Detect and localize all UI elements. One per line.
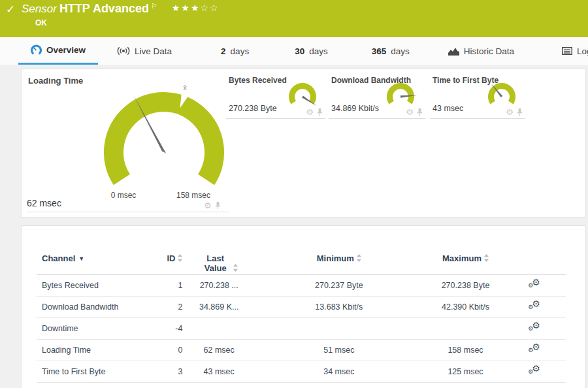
gauge-scale-min: 0 msec <box>104 191 143 200</box>
sort-both-icon <box>357 254 361 262</box>
last-value-cell: 43 msec <box>188 361 250 382</box>
tab-historic-data[interactable]: Historic Data <box>440 37 523 65</box>
time-to-first-byte-value: 43 msec <box>433 104 463 113</box>
tab-30-days-number: 30 <box>295 46 304 56</box>
status-check-icon: ✓ <box>6 3 15 16</box>
tab-2-days-unit: days <box>231 46 250 56</box>
gauges-panel: Loading Time x̄ 0 msec 158 msec 62 msec … <box>21 69 586 218</box>
sensor-header: ✓ SensorHTTP Advanced⚐★★★☆☆ OK <box>0 0 588 37</box>
table-row: Time to First Byte 3 43 msec 34 msec 125… <box>37 361 566 382</box>
area-chart-icon <box>448 47 459 56</box>
gear-icon: ⚙ <box>528 304 533 310</box>
tab-365-days-number: 365 <box>372 46 387 56</box>
channel-settings-icon[interactable]: ⚙⚙ <box>528 322 541 333</box>
last-value-cell <box>188 317 250 339</box>
maximum-cell: 125 msec <box>428 361 504 382</box>
table-row: Bytes Received 1 270.238 ... 270.237 Byt… <box>37 274 566 296</box>
channel-settings-icon[interactable]: ⚙⚙ <box>528 344 541 355</box>
sensor-title-row: SensorHTTP Advanced⚐★★★☆☆ <box>22 2 220 16</box>
status-badge: OK <box>35 18 47 27</box>
table-row: Downtime -4 ⚙⚙ <box>37 317 566 339</box>
channel-settings-icon[interactable]: ⚙⚙ <box>528 365 541 376</box>
column-header-last-value-label: Last Value <box>201 253 231 273</box>
channel-settings-icon[interactable]: ⚙⚙ <box>528 300 541 312</box>
channel-name-cell: Time to First Byte <box>37 361 148 382</box>
pin-icon[interactable] <box>517 108 523 116</box>
tab-2-days[interactable]: 2 days <box>212 37 257 65</box>
gear-icon: ⚙ <box>528 347 533 353</box>
maximum-cell: 270.238 Byte <box>428 274 504 296</box>
minimum-cell: 34 msec <box>250 361 428 382</box>
column-header-channel[interactable]: Channel▼ <box>37 253 148 274</box>
gauge-gear-icon[interactable]: ⚙ <box>306 108 314 116</box>
channel-id-cell: 3 <box>148 361 188 382</box>
gauge-gear-icon[interactable]: ⚙ <box>506 108 514 116</box>
gauge-gear-icon[interactable]: ⚙ <box>406 108 414 116</box>
channel-id-cell: -4 <box>148 317 188 339</box>
tab-historic-data-label: Historic Data <box>464 46 514 56</box>
column-header-maximum-label: Maximum <box>442 253 482 263</box>
channel-id-cell: 2 <box>148 296 188 317</box>
gear-icon: ⚙ <box>528 368 533 375</box>
bytes-received-gauge-block: Bytes Received 270.238 Byte ⚙ <box>226 73 325 119</box>
mean-marker-label: x̄ <box>183 84 187 91</box>
tab-2-days-number: 2 <box>221 46 226 56</box>
tab-30-days[interactable]: 30 days <box>286 37 336 65</box>
gear-icon: ⚙ <box>528 282 533 289</box>
tab-bar: Overview Live Data 2 days 30 days 365 da… <box>0 37 588 65</box>
page-title: HTTP Advanced <box>59 2 149 15</box>
column-header-id[interactable]: ID <box>148 253 188 274</box>
channel-name-cell: Bytes Received <box>37 274 148 296</box>
priority-flag-icon[interactable]: ⚐ <box>151 2 157 10</box>
last-value-cell: 34.869 K... <box>188 296 250 317</box>
last-value-cell: 270.238 ... <box>188 274 250 296</box>
sort-both-icon <box>178 254 182 262</box>
channel-id-cell: 1 <box>148 274 188 296</box>
channel-id-cell: 0 <box>148 339 188 361</box>
minimum-cell: 51 msec <box>250 339 428 361</box>
channel-table-panel: Channel▼ ID Last Value Minimum Maximum <box>21 225 586 388</box>
minimum-cell: 270.237 Byte <box>250 274 428 296</box>
table-header-row: Channel▼ ID Last Value Minimum Maximum <box>37 253 566 274</box>
download-bandwidth-gauge-block: Download Bandwidth 34.869 Kbit/s ⚙ <box>329 73 425 119</box>
gauge-gear-icon[interactable]: ⚙ <box>204 201 212 210</box>
download-bandwidth-value: 34.869 Kbit/s <box>331 104 379 113</box>
priority-stars[interactable]: ★★★☆☆ <box>172 3 220 13</box>
tab-365-days[interactable]: 365 days <box>363 37 418 65</box>
column-header-last-value[interactable]: Last Value <box>188 253 250 274</box>
maximum-cell: 158 msec <box>428 339 504 361</box>
column-header-id-label: ID <box>167 253 175 263</box>
divider <box>27 212 229 212</box>
column-header-minimum-label: Minimum <box>317 253 354 263</box>
loading-time-gauge-title: Loading Time <box>28 76 83 86</box>
channel-table: Channel▼ ID Last Value Minimum Maximum <box>37 253 566 383</box>
bytes-received-title: Bytes Received <box>229 76 287 85</box>
tab-overview-label: Overview <box>46 45 86 55</box>
maximum-cell <box>428 317 504 339</box>
table-row: Download Bandwidth 2 34.869 K... 13.683 … <box>37 296 566 317</box>
tab-30-days-unit: days <box>309 46 328 56</box>
time-to-first-byte-gauge-block: Time to First Byte 43 msec ⚙ <box>430 73 525 119</box>
live-signal-icon <box>117 46 130 56</box>
loading-time-value: 62 msec <box>27 198 61 208</box>
bytes-received-value: 270.238 Byte <box>229 104 277 113</box>
pin-icon[interactable] <box>215 202 221 210</box>
channel-name-cell: Loading Time <box>37 339 148 361</box>
sort-desc-icon: ▼ <box>78 255 84 262</box>
tab-overview[interactable]: Overview <box>18 37 98 65</box>
minimum-cell: 13.683 Kbit/s <box>250 296 428 317</box>
tab-log[interactable]: Log <box>553 37 588 65</box>
sort-both-icon <box>484 254 489 262</box>
loading-time-gauge: x̄ <box>99 82 229 192</box>
column-header-minimum[interactable]: Minimum <box>250 253 428 274</box>
gauge-scale-max: 158 msec <box>172 191 214 200</box>
channel-name-cell: Downtime <box>37 317 148 339</box>
tab-live-data[interactable]: Live Data <box>108 37 180 65</box>
tab-365-days-unit: days <box>391 46 410 56</box>
pin-icon[interactable] <box>417 108 423 116</box>
pin-icon[interactable] <box>317 108 323 116</box>
sort-both-icon <box>233 264 238 272</box>
minimum-cell <box>250 317 428 339</box>
channel-settings-icon[interactable]: ⚙⚙ <box>528 279 541 290</box>
column-header-maximum[interactable]: Maximum <box>428 253 504 274</box>
